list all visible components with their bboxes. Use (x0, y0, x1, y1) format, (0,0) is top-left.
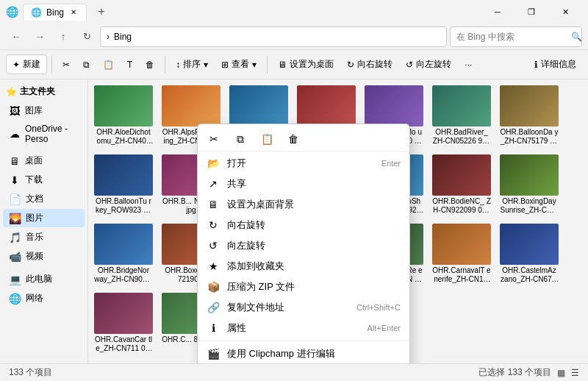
context-menu-item[interactable]: 📂 打开 Enter (198, 153, 409, 174)
list-view-button[interactable]: ☰ (571, 368, 579, 378)
sort-icon: ↕ (176, 60, 180, 70)
menu-item-label: 打开 (227, 157, 246, 170)
forward-button[interactable]: → (29, 26, 50, 47)
context-menu-item[interactable]: ↺ 向左旋转 (198, 235, 409, 256)
new-button[interactable]: ✦ 新建 (6, 54, 47, 74)
tab-close-button[interactable]: ✕ (68, 7, 79, 18)
file-item[interactable]: OHR.BodieNC_ ZH-CN922099 04_UHD.jpeg (429, 152, 494, 218)
ctx-delete-button[interactable]: 🗑 (283, 129, 304, 149)
menu-item-label: 共享 (227, 177, 246, 190)
rotate-left-button[interactable]: ↺ 向左旋转 (400, 55, 457, 74)
file-item[interactable]: OHR.CarnavalT enerife_ZH-CN1 559136778_U… (429, 221, 494, 287)
search-input[interactable] (456, 32, 567, 42)
thispc-icon: 💻 (9, 274, 21, 285)
delete-icon: 🗑 (146, 60, 154, 70)
refresh-button[interactable]: ↻ (76, 26, 97, 47)
toolbar-separator-3 (267, 56, 268, 74)
ctx-paste-button[interactable]: 📋 (257, 129, 277, 149)
close-button[interactable]: ✕ (548, 0, 582, 24)
minimize-button[interactable]: ─ (481, 0, 514, 24)
menu-item-icon: ↺ (207, 240, 220, 252)
tab-favicon: 🌐 (31, 7, 42, 18)
file-name: OHR.BalloonTu rkey_ROW923 1009576_UHD.j … (94, 197, 153, 215)
ctx-cut-button[interactable]: ✂ (204, 129, 224, 149)
view-button[interactable]: ⊞ 查看 ▾ (215, 55, 262, 74)
copy-button[interactable]: ⧉ (77, 57, 96, 73)
context-menu-item[interactable]: 🖥 设置为桌面背景 (198, 194, 409, 215)
context-menu-item[interactable]: 📦 压缩为 ZIP 文件 (198, 277, 409, 297)
sidebar-item-gallery[interactable]: 🖼 图库 (3, 102, 85, 120)
rotate-right-button[interactable]: ↻ 向右旋转 (341, 55, 398, 74)
details-button[interactable]: ℹ 详细信息 (528, 55, 582, 74)
file-item[interactable]: OHR.BalloonTu rkey_ROW923 1009576_UHD.j … (91, 152, 156, 218)
sidebar-favorites-label: 主文件夹 (20, 85, 55, 98)
up-button[interactable]: ↑ (53, 26, 74, 47)
sidebar-item-pictures[interactable]: 🌄 图片 (3, 209, 85, 227)
shortcut-label: Ctrl+Shift+C (356, 303, 401, 312)
set-wallpaper-button[interactable]: 🖥 设置为桌面 (272, 55, 340, 74)
search-bar[interactable]: 🔍 (450, 26, 582, 47)
sidebar-item-videos[interactable]: 📹 视频 (3, 247, 85, 266)
cut-icon: ✂ (62, 60, 70, 70)
more-button[interactable]: ··· (459, 57, 478, 73)
more-icon: ··· (465, 60, 472, 70)
address-input[interactable] (114, 32, 440, 42)
paste-button[interactable]: 📋 (97, 57, 120, 73)
context-menu-item[interactable]: ↗ 共享 (198, 174, 409, 194)
file-thumbnail (229, 85, 288, 127)
file-name: OHR.BalloonDa y_ZH-CN75179 22218_UHD.jpg (500, 128, 559, 146)
copy-icon: ⧉ (83, 60, 90, 70)
context-menu-item[interactable]: ℹ 属性 Alt+Enter (198, 318, 409, 338)
file-item[interactable]: OHR.BalloonDa y_ZH-CN75179 22218_UHD.jpg (497, 82, 562, 149)
sidebar-item-thispc[interactable]: 💻 此电脑 (3, 270, 85, 288)
file-item[interactable]: OHR.BridgeNor way_ZH-CN906 3814637_UHD.j… (91, 221, 156, 287)
toolbar-separator-2 (165, 56, 165, 74)
menu-item-icon: ↻ (207, 219, 220, 231)
context-menu-item[interactable]: 🔗 复制文件地址 Ctrl+Shift+C (198, 297, 409, 318)
context-menu-item[interactable]: ★ 添加到收藏夹 (198, 256, 409, 277)
file-item[interactable]: OHR.BoxingDay Sunrise_ZH-CN 7431512686_U… (497, 152, 562, 218)
context-menu-item[interactable]: 🎬 使用 Clipchamp 进行编辑 (198, 343, 409, 363)
file-thumbnail (500, 154, 559, 196)
sidebar-item-label: 桌面 (25, 154, 43, 167)
file-item[interactable]: OHR.AloeDichot omu_ZH-CN403 47252290_UHD… (91, 82, 156, 149)
sidebar-favorites-header[interactable]: ⭐ 主文件夹 (0, 82, 87, 101)
file-item[interactable]: OHR.CastelmAz zano_ZH-CN67 3387501 7900_… (497, 221, 562, 287)
delete-button[interactable]: 🗑 (140, 57, 160, 73)
sidebar-item-label: OneDrive - Perso (25, 124, 79, 144)
rename-button[interactable]: T (121, 57, 138, 73)
context-menu: ✂ ⧉ 📋 🗑 📂 打开 Enter ↗ 共享 🖥 设置为桌面背景 ↻ 向右旋转… (197, 124, 410, 363)
restore-button[interactable]: ❐ (514, 0, 548, 24)
context-menu-item[interactable]: ↻ 向右旋转 (198, 215, 409, 235)
menu-item-icon: 📦 (207, 281, 220, 293)
sidebar-item-documents[interactable]: 📄 文档 (3, 190, 85, 208)
file-item[interactable]: OHR.CavanCar tle_ZH-CN711 0 17900_UHD.jp… (91, 290, 156, 356)
address-bar[interactable]: › (100, 26, 447, 47)
new-tab-button[interactable]: + (91, 1, 112, 22)
file-name: OHR.BoxingDay Sunrise_ZH-CN 7431512686_U… (500, 197, 559, 215)
downloads-icon: ⬇ (9, 174, 21, 186)
sidebar-item-music[interactable]: 🎵 音乐 (3, 228, 85, 246)
cut-button[interactable]: ✂ (57, 57, 76, 73)
sidebar-item-onedrive[interactable]: ☁ OneDrive - Perso (3, 121, 85, 147)
sort-button[interactable]: ↕ 排序 ▾ (170, 55, 214, 74)
back-button[interactable]: ← (6, 26, 26, 47)
sidebar-item-desktop[interactable]: 🖥 桌面 (3, 152, 85, 170)
sidebar-item-label: 此电脑 (26, 273, 52, 285)
sidebar-item-label: 音乐 (26, 231, 43, 243)
status-right: 已选择 133 个项目 ▦ ☰ (478, 366, 579, 379)
sidebar-separator-1 (0, 148, 87, 151)
ctx-copy-button[interactable]: ⧉ (230, 129, 251, 149)
rename-icon: T (127, 60, 132, 70)
browser-tab[interactable]: 🌐 Bing ✕ (23, 4, 87, 21)
menu-item-label: 属性 (227, 321, 246, 335)
menu-item-icon: 🖥 (207, 199, 220, 210)
context-menu-icon-row: ✂ ⧉ 📋 🗑 (198, 127, 409, 152)
sidebar-item-label: 网络 (26, 292, 43, 305)
grid-view-button[interactable]: ▦ (557, 368, 565, 378)
sidebar-item-network[interactable]: 🌐 网络 (3, 289, 85, 307)
sidebar-item-downloads[interactable]: ⬇ 下载 (3, 171, 85, 189)
new-label: 新建 (23, 58, 40, 71)
file-name: OHR.BridgeNor way_ZH-CN906 3814637_UHD.j… (94, 266, 153, 284)
file-item[interactable]: OHR.BadRiver_ ZH-CN05226 95977_UHD.jpg (429, 82, 494, 149)
